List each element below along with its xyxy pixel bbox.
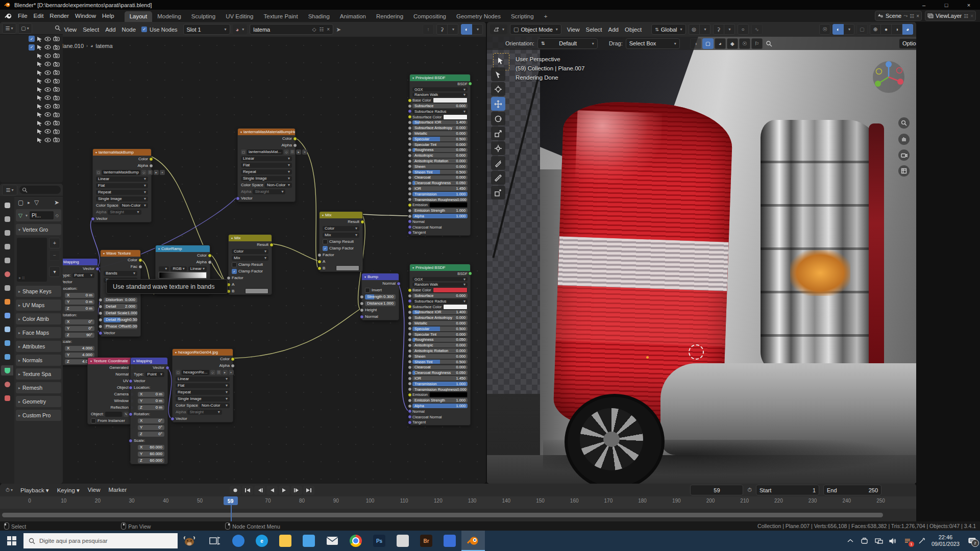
taskbar-edge-icon[interactable]: e <box>250 531 274 551</box>
socket[interactable] <box>408 154 412 158</box>
options-button[interactable]: Options▾ <box>899 38 916 49</box>
timeline-menu-keying[interactable]: Keying ▾ <box>54 486 83 495</box>
node-header[interactable]: ▾Principled BSDF <box>410 74 470 81</box>
socket[interactable] <box>408 404 412 408</box>
taskbar-file-explorer-icon[interactable] <box>274 531 297 551</box>
eye-icon[interactable] <box>44 129 51 134</box>
socket[interactable] <box>408 181 412 185</box>
slider-clearcoat[interactable]: Clearcoat0.000 <box>410 175 470 181</box>
node-mapping[interactable]: ▾MappingVectorType:Point▾VectorLocation:… <box>57 258 98 365</box>
node-menu-view[interactable]: View <box>61 26 80 34</box>
properties-tab-constraints-icon[interactable] <box>1 352 13 362</box>
slider-sheen-tint[interactable]: Sheen Tint0.500 <box>410 169 470 175</box>
dropdown-single-image[interactable]: Single Image▾ <box>173 395 233 402</box>
shading-wireframe-icon[interactable]: ⊕ <box>870 24 881 35</box>
menu-render[interactable]: Render <box>46 12 72 20</box>
slider-subsurface[interactable]: Subsurface0.000 <box>410 293 470 298</box>
tray-pen-icon[interactable] <box>917 536 926 545</box>
socket[interactable] <box>408 409 412 413</box>
socket[interactable] <box>408 209 412 213</box>
dropdown-flat[interactable]: Flat▾ <box>93 182 151 189</box>
add-vertex-group-button[interactable]: + <box>49 238 60 248</box>
slider-anisotropic[interactable]: Anisotropic0.000 <box>410 342 470 348</box>
add-cube-tool[interactable] <box>491 186 505 199</box>
shading-solid-icon[interactable]: ● <box>881 24 892 35</box>
value-y[interactable]: Y0 m <box>58 298 97 305</box>
socket[interactable] <box>408 377 412 381</box>
taskbar-mail-icon[interactable] <box>321 531 344 551</box>
material-browse-button[interactable]: ◕▾ <box>233 24 248 34</box>
notification-center-icon[interactable]: 2 <box>968 536 977 545</box>
slider-subsurface[interactable]: Subsurface0.000 <box>410 103 470 109</box>
color-base-color[interactable]: Base Color <box>410 97 470 103</box>
socket[interactable] <box>408 126 412 130</box>
rotate-tool[interactable] <box>491 112 505 126</box>
socket[interactable] <box>408 98 412 103</box>
slider-specular[interactable]: Specular0.500 <box>410 326 470 332</box>
slider-metallic[interactable]: Metallic0.000 <box>410 320 470 326</box>
eye-icon[interactable] <box>44 62 51 66</box>
viewport-menu-add[interactable]: Add <box>605 26 622 34</box>
select-arrow-icon[interactable] <box>37 44 42 50</box>
socket[interactable] <box>231 364 235 368</box>
dropdown-repeat[interactable]: Repeat▾ <box>93 189 151 195</box>
dropdown-flat[interactable]: Flat▾ <box>238 162 295 168</box>
menu-edit[interactable]: Edit <box>31 12 47 20</box>
proportional-falloff-icon[interactable]: ∿ <box>751 24 763 35</box>
viewport-menu-select[interactable]: Select <box>583 26 605 34</box>
node-header[interactable]: ▾lanternaMaskBump <box>93 149 151 156</box>
eye-icon[interactable] <box>44 104 51 109</box>
vertex-groups-list[interactable]: ▸ ⁝⁝ <box>17 238 47 282</box>
dropdown-bands[interactable]: Bands▾ <box>101 270 140 277</box>
pivot-point-icon[interactable]: ◎ <box>689 24 700 35</box>
node-header[interactable]: ▾Mix <box>320 212 362 218</box>
shading-material-icon[interactable]: ◑ <box>892 24 902 35</box>
slider-transmission-roughness[interactable]: Transmission Roughness0.000 <box>410 197 470 203</box>
socket[interactable] <box>408 365 412 369</box>
eye-icon[interactable] <box>44 138 51 142</box>
show-gizmo-icon[interactable]: ☉ <box>819 24 830 35</box>
checkbox-invert[interactable]: Invert <box>362 287 399 293</box>
dropdown-color[interactable]: Color▾ <box>229 248 272 255</box>
value-x[interactable]: X4.000 <box>58 345 97 352</box>
value-z[interactable]: Z0° <box>131 431 167 437</box>
select-arrow-icon[interactable] <box>37 78 42 84</box>
close-button[interactable]: × <box>958 0 980 10</box>
properties-tab-particles-icon[interactable] <box>1 324 13 334</box>
mask-icon-2[interactable]: ▢ <box>702 38 714 49</box>
move-tool[interactable] <box>491 97 505 111</box>
slider-clearcoat-roughness[interactable]: Clearcoat Roughness0.050 <box>410 370 470 375</box>
node-menu-select[interactable]: Select <box>80 26 102 34</box>
socket[interactable] <box>99 318 103 322</box>
camera-icon[interactable] <box>53 53 60 58</box>
socket[interactable] <box>408 305 412 309</box>
camera-icon[interactable] <box>53 129 60 134</box>
tray-clock[interactable]: 22:46 09/01/2023 <box>932 534 960 547</box>
socket[interactable] <box>408 420 412 424</box>
panel-normals[interactable]: ▸Normals <box>16 355 61 366</box>
dropdown-repeat[interactable]: Repeat▾ <box>173 389 233 395</box>
node-canvas[interactable]: ❯ ▢ Plane.007 › ▽ Plane.010 › ◕ latema ▾… <box>0 37 486 484</box>
timeline-menu-view[interactable]: View <box>85 486 104 495</box>
taskbar-browser-blue-icon[interactable] <box>227 531 250 551</box>
slider-subsurface-ior[interactable]: Subsurface IOR1.400 <box>410 310 470 315</box>
camera-icon[interactable] <box>53 137 60 142</box>
slider-clearcoat-roughness[interactable]: Clearcoat Roughness0.050 <box>410 180 470 186</box>
color-subsurface-color[interactable]: Subsurface Color <box>410 114 470 120</box>
tab-uv-editing[interactable]: UV Editing <box>220 11 258 22</box>
camera-icon[interactable] <box>53 87 60 92</box>
checkbox-clamp-result[interactable]: Clamp Result <box>229 261 272 268</box>
frame-end-field[interactable]: End250 <box>823 485 881 495</box>
prop-color-space[interactable]: Color SpaceNon-Color▾ <box>238 182 295 188</box>
bull-icon[interactable] <box>178 531 201 551</box>
dropdown-linear[interactable]: Linear▾ <box>238 155 295 162</box>
record-button[interactable] <box>230 486 241 495</box>
timeline-scrollbar[interactable] <box>2 513 883 517</box>
pin-icon[interactable]: ⤳ <box>903 13 908 19</box>
tab-rendering[interactable]: Rendering <box>371 11 408 22</box>
tab-sculpting[interactable]: Sculpting <box>186 11 220 22</box>
slider-clearcoat[interactable]: Clearcoat0.000 <box>410 365 470 370</box>
menu-file[interactable]: File <box>15 12 31 20</box>
checkbox-from-instancer[interactable]: From Instancer <box>88 417 132 424</box>
value-x[interactable]: X0 m <box>58 292 97 298</box>
